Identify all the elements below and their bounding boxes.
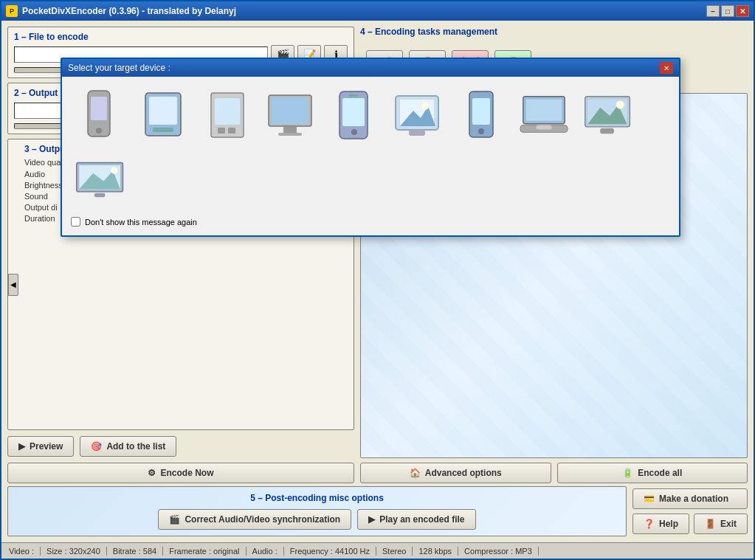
- tasks-title: 4 – Encoding tasks management: [360, 27, 748, 37]
- device-img-3: [201, 89, 253, 141]
- advanced-options-label: Advanced options: [425, 468, 502, 478]
- status-compressor: Compressor : MP3: [458, 547, 539, 556]
- svg-rect-11: [272, 97, 308, 124]
- maximize-button[interactable]: □: [721, 5, 734, 17]
- device-grid: [71, 86, 670, 208]
- device-item-2[interactable]: [134, 86, 193, 145]
- correct-sync-button[interactable]: 🎬 Correct Audio/Video synchronization: [158, 509, 351, 530]
- panel-toggle-btn[interactable]: ◀: [8, 274, 18, 296]
- post-encode-section: 5 – Post-encoding misc options 🎬 Correct…: [7, 486, 627, 536]
- post-encode-title: 5 – Post-encoding misc options: [14, 493, 620, 503]
- svg-rect-15: [342, 98, 365, 126]
- dialog-close-button[interactable]: ✕: [660, 62, 673, 74]
- preview-label: Preview: [30, 441, 63, 452]
- play-encoded-button[interactable]: ▶ Play an encoded file: [357, 509, 475, 530]
- title-controls: – □ ✕: [706, 5, 749, 17]
- svg-rect-8: [218, 128, 225, 134]
- status-framerate: Framerate : original: [163, 547, 246, 556]
- device-item-9[interactable]: [579, 86, 638, 145]
- svg-point-21: [421, 103, 429, 110]
- status-size: Size : 320x240: [41, 547, 107, 556]
- svg-point-33: [616, 100, 624, 108]
- svg-point-16: [351, 129, 357, 135]
- svg-rect-13: [278, 133, 302, 136]
- device-item-10[interactable]: [71, 149, 130, 208]
- window-title: PocketDivXEncoder (0.3.96) - translated …: [22, 6, 236, 16]
- exit-button[interactable]: 🚪 Exit: [694, 514, 748, 534]
- device-select-dialog: Select your target device : ✕: [61, 58, 680, 237]
- dont-show-label: Don't show this message again: [85, 218, 197, 227]
- dont-show-row: Don't show this message again: [71, 217, 670, 227]
- device-item-6[interactable]: [388, 86, 447, 145]
- device-img-2: [138, 89, 190, 141]
- device-item-3[interactable]: [198, 86, 257, 145]
- encode-all-button[interactable]: 🔋 Encode all: [557, 463, 748, 483]
- svg-rect-5: [153, 128, 173, 132]
- make-donation-button[interactable]: 💳 Make a donation: [632, 488, 748, 509]
- device-img-1: [75, 89, 126, 141]
- svg-rect-24: [472, 98, 490, 125]
- encode-now-label: Encode Now: [160, 468, 213, 478]
- device-item-5[interactable]: [325, 86, 384, 145]
- status-video: Video :: [6, 547, 41, 556]
- svg-point-38: [111, 167, 117, 174]
- bottom-buttons-left: ▶ Preview 🎯 Add to the list: [7, 436, 354, 457]
- make-donation-label: Make a donation: [659, 494, 728, 504]
- svg-rect-9: [228, 128, 235, 134]
- svg-rect-27: [526, 100, 562, 121]
- preview-icon: ▶: [18, 441, 25, 452]
- correct-sync-label: Correct Audio/Video synchronization: [185, 514, 340, 525]
- status-bar: Video : Size : 320x240 Bitrate : 584 Fra…: [1, 542, 754, 559]
- title-bar-left: P PocketDivXEncoder (0.3.96) - translate…: [6, 5, 236, 17]
- device-item-8[interactable]: [515, 86, 574, 145]
- post-encode-btns: 🎬 Correct Audio/Video synchronization ▶ …: [14, 509, 620, 530]
- encode-all-label: Encode all: [638, 468, 682, 478]
- svg-rect-12: [283, 127, 297, 133]
- minimize-button[interactable]: –: [706, 5, 720, 17]
- donation-icon: 💳: [644, 494, 655, 504]
- svg-rect-22: [409, 130, 425, 136]
- add-icon: 🎯: [91, 441, 102, 452]
- help-button[interactable]: ❓ Help: [632, 514, 689, 534]
- status-audio: Audio :: [247, 547, 284, 556]
- svg-rect-34: [600, 128, 614, 134]
- play-encoded-label: Play an encoded file: [379, 514, 464, 525]
- encode-all-icon: 🔋: [622, 468, 633, 478]
- close-button[interactable]: ✕: [736, 5, 749, 17]
- svg-rect-4: [149, 97, 177, 125]
- svg-point-2: [96, 128, 102, 134]
- device-img-5: [328, 89, 380, 141]
- exit-icon: 🚪: [705, 519, 716, 529]
- preview-button[interactable]: ▶ Preview: [7, 436, 74, 457]
- svg-point-25: [478, 128, 484, 134]
- status-kbps: 128 kbps: [413, 547, 458, 556]
- add-to-list-button[interactable]: 🎯 Add to the list: [80, 436, 176, 457]
- file-to-encode-title: 1 – File to encode: [14, 32, 348, 42]
- device-img-4: [265, 89, 317, 141]
- main-window: P PocketDivXEncoder (0.3.96) - translate…: [0, 0, 755, 560]
- device-item-4[interactable]: [261, 86, 320, 145]
- dialog-title: Select your target device :: [68, 63, 170, 73]
- correct-sync-icon: 🎬: [169, 514, 180, 525]
- main-content: 1 – File to encode 🎬 📝 ℹ 2 – Output file…: [1, 21, 754, 542]
- svg-rect-17: [348, 94, 359, 97]
- device-item-1[interactable]: [71, 86, 130, 145]
- device-item-7[interactable]: [452, 86, 511, 145]
- status-stereo: Stereo: [376, 547, 413, 556]
- advanced-icon: 🏠: [410, 468, 421, 478]
- device-img-7: [455, 89, 507, 141]
- app-icon: P: [6, 5, 18, 17]
- device-img-8: [519, 89, 570, 141]
- advanced-options-button[interactable]: 🏠 Advanced options: [360, 463, 551, 483]
- status-frequency: Frequency : 44100 Hz: [284, 547, 376, 556]
- dont-show-checkbox[interactable]: [71, 217, 80, 227]
- svg-rect-39: [94, 193, 105, 197]
- help-icon: ❓: [644, 519, 655, 529]
- device-img-10: [75, 153, 126, 204]
- status-bitrate: Bitrate : 584: [107, 547, 163, 556]
- title-bar: P PocketDivXEncoder (0.3.96) - translate…: [1, 1, 754, 21]
- encode-now-button[interactable]: ⚙ Encode Now: [7, 463, 354, 483]
- right-bottom-buttons: 🏠 Advanced options 🔋 Encode all: [360, 463, 748, 483]
- bottom-section: 5 – Post-encoding misc options 🎬 Correct…: [7, 486, 748, 536]
- device-img-6: [392, 89, 444, 141]
